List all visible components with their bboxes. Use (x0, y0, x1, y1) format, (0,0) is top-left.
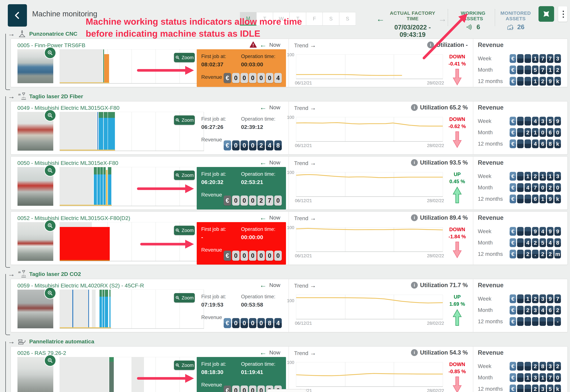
digit-box: 0 (240, 140, 248, 151)
digit-box: 2 (532, 362, 539, 371)
day-tab-4[interactable]: F (306, 12, 323, 26)
trend-link[interactable]: Trend → (294, 159, 316, 167)
now-indicator: ← Now (232, 349, 280, 356)
machine-photo[interactable] (17, 112, 53, 151)
revenue-value-counter: €468k (510, 140, 561, 148)
zoom-button[interactable]: Zoom (174, 115, 195, 125)
day-tab-0[interactable]: M (240, 12, 256, 26)
fullscreen-button[interactable] (539, 6, 554, 22)
photo-zoom-icon[interactable] (44, 47, 56, 59)
zoom-button[interactable]: Zoom (174, 53, 195, 62)
revenue-period-label: 12 months (478, 318, 503, 324)
zoom-button[interactable]: Zoom (174, 170, 195, 180)
section-name[interactable]: Taglio laser 2D CO2 (29, 271, 81, 277)
revenue-value-counter: €12397 (510, 294, 561, 303)
y-axis-label: 100 (287, 298, 294, 303)
zoom-button[interactable]: Zoom (174, 226, 195, 235)
first-job-label: First job at: (201, 171, 241, 177)
day-tab-3[interactable]: T (289, 12, 306, 26)
machine-name[interactable]: 0052 - Mitsubishi Electric ML3015GX-F80(… (17, 215, 130, 221)
next-period-arrow-icon[interactable]: → (438, 12, 447, 26)
machine-photo-image (17, 363, 53, 391)
trend-link[interactable]: Trend → (294, 104, 316, 111)
machine-name[interactable]: 0059 - Mitsubishi Electric ML4020RX (S2)… (17, 282, 144, 289)
machine-photo[interactable] (17, 222, 53, 261)
first-job-label: First job at: (201, 294, 241, 300)
more-options-button[interactable]: ⋮ (558, 6, 567, 22)
day-tab-5[interactable]: S (323, 12, 339, 26)
revenue-period-label: Week (478, 363, 492, 369)
photo-zoom-icon[interactable] (44, 110, 56, 121)
machine-photo-image (17, 173, 53, 201)
digit-box: 0 (240, 386, 248, 392)
machine-name[interactable]: 0049 - Mitsubishi Electric ML3015GX-F80 (17, 105, 120, 111)
day-tab-1[interactable]: T (256, 12, 273, 26)
digit-box (525, 385, 531, 392)
machine-photo[interactable] (17, 290, 53, 328)
utilization-value: Utilization 65.2 % (420, 104, 468, 111)
photo-zoom-icon[interactable] (44, 355, 56, 366)
digit-box: 3 (532, 373, 539, 382)
timeline-segment-slate (109, 357, 114, 392)
factory-time-label: ACTUAL FACTORY TIME (388, 10, 437, 21)
digit-box: 4 (274, 318, 282, 328)
digit-box: 0 (240, 251, 248, 261)
section-name[interactable]: Taglio laser 2D Fiber (29, 93, 83, 99)
y-axis-label: 100 (287, 170, 294, 175)
info-icon[interactable]: i (427, 42, 434, 48)
photo-zoom-icon[interactable] (44, 287, 56, 299)
info-icon[interactable]: i (411, 282, 418, 289)
zoom-button[interactable]: Zoom (174, 293, 195, 303)
trend-indicator: UP 1.69 % (445, 294, 470, 326)
revenue-period-label: Month (478, 240, 493, 246)
chevron-left-icon (13, 10, 22, 21)
digit-box: 3 (555, 54, 561, 63)
euro-icon: € (510, 66, 516, 74)
machine-name[interactable]: 0026 - RAS 79.26-2 (17, 350, 66, 356)
first-job-value: 06:20:32 (201, 179, 241, 185)
timeline-segment-orange (104, 54, 109, 83)
trend-link[interactable]: Trend → (294, 350, 316, 356)
panel-divider (473, 279, 473, 332)
day-tab-2[interactable]: W (273, 12, 289, 26)
section-name[interactable]: Punzonatrice CNC (29, 31, 77, 37)
info-icon[interactable]: i (411, 159, 418, 166)
info-icon[interactable]: i (411, 104, 418, 111)
info-icon[interactable]: i (411, 214, 418, 221)
timeline-segment-whiteline (104, 290, 105, 328)
timeline-segment-green (103, 49, 104, 83)
trend-link[interactable]: Trend → (294, 215, 316, 222)
revenue-row: 12 months€- (478, 317, 561, 326)
digit-box: 4 (266, 140, 273, 151)
operation-time-label: Operation time: (241, 171, 281, 177)
digit-box: 4 (525, 238, 531, 247)
digit-box (517, 172, 524, 181)
timeline-segment-gray (60, 49, 103, 83)
digit-box: 4 (540, 227, 546, 236)
prev-period-arrow-icon[interactable]: ← (376, 12, 385, 26)
first-job-value: 06:27:26 (201, 124, 241, 130)
machine-name[interactable]: 0050 - Mitsubishi Electric ML3015eX-F80 (17, 160, 118, 166)
digit-box: 0 (257, 386, 265, 392)
revenue-row: 12 months€468k (478, 139, 561, 149)
laser-2d-icon: 2D (18, 270, 26, 278)
now-indicator: ← Now (232, 159, 280, 166)
machine-photo[interactable] (17, 49, 53, 83)
photo-zoom-icon[interactable] (44, 165, 56, 177)
section-name[interactable]: Pannellatrice automatica (29, 338, 94, 345)
trend-link[interactable]: Trend → (294, 42, 316, 49)
digit-box: k (555, 195, 561, 203)
zoom-button[interactable]: Zoom (174, 361, 195, 370)
machine-photo[interactable] (17, 167, 53, 206)
panel-divider (289, 347, 289, 392)
day-tab-6[interactable]: S (339, 12, 356, 26)
photo-zoom-icon[interactable] (44, 220, 56, 232)
x-axis-end-label: 28/02/22 (427, 143, 444, 148)
magnifier-icon (175, 118, 180, 123)
y-axis-label: 100 (287, 360, 294, 365)
info-icon[interactable]: i (411, 349, 418, 356)
trend-link[interactable]: Trend → (294, 282, 316, 289)
back-button[interactable] (8, 4, 27, 27)
operation-time-label: Operation time: (241, 361, 281, 367)
machine-photo[interactable] (17, 357, 53, 392)
